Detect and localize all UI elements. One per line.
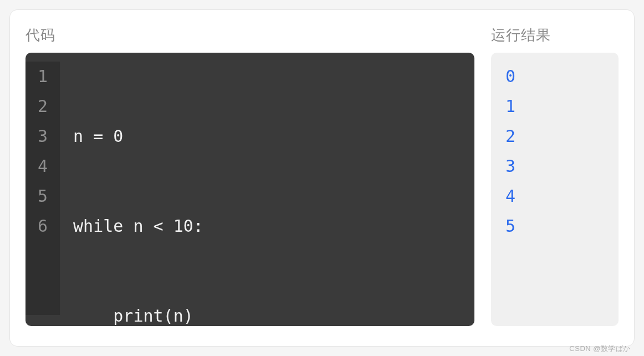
line-number: 3: [38, 121, 48, 151]
line-number-gutter: 1 2 3 4 5 6: [25, 62, 60, 315]
line-number: 6: [38, 211, 48, 241]
code-label: 代码: [25, 26, 474, 45]
result-line: 5: [505, 211, 604, 241]
code-line: while n < 10:: [73, 211, 213, 241]
card: 代码 1 2 3 4 5 6 n = 0 while n < 10: print…: [10, 10, 634, 346]
result-line: 0: [505, 62, 604, 91]
result-block: 0 1 2 3 4 5: [491, 53, 619, 326]
line-number: 2: [38, 91, 48, 121]
watermark: CSDN @数学ばか: [569, 344, 631, 354]
code-block: 1 2 3 4 5 6 n = 0 while n < 10: print(n)…: [25, 53, 474, 326]
code-lines: n = 0 while n < 10: print(n) if n == 5: …: [60, 62, 227, 315]
line-number: 5: [38, 181, 48, 211]
result-line: 3: [505, 151, 604, 181]
result-line: 4: [505, 181, 604, 211]
line-number: 4: [38, 151, 48, 181]
result-line: 1: [505, 91, 604, 121]
line-number: 1: [38, 62, 48, 91]
code-section: 代码 1 2 3 4 5 6 n = 0 while n < 10: print…: [25, 26, 474, 326]
result-label: 运行结果: [491, 26, 619, 45]
code-line: n = 0: [73, 121, 213, 151]
code-line: print(n): [73, 301, 213, 326]
result-line: 2: [505, 121, 604, 151]
result-section: 运行结果 0 1 2 3 4 5: [491, 26, 619, 326]
